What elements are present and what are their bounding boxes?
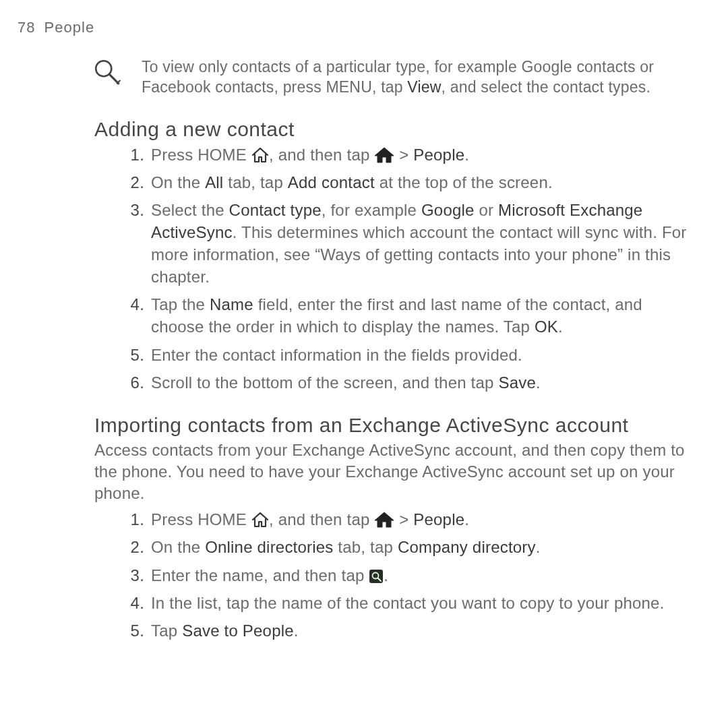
home-filled-icon (374, 147, 394, 163)
step: On the Online directories tab, tap Compa… (123, 536, 689, 558)
page-section-title: People (44, 19, 95, 36)
svg-line-1 (109, 74, 119, 84)
step: Press HOME , and then tap > People. (123, 508, 689, 530)
step: On the All tab, tap Add contact at the t… (123, 171, 689, 193)
tip-text: To view only contacts of a particular ty… (142, 57, 689, 98)
home-filled-icon (374, 512, 394, 528)
label-people: People (413, 146, 464, 164)
page-number: 78 (18, 19, 35, 36)
home-outline-icon (251, 512, 269, 528)
step: Enter the name, and then tap . (123, 564, 689, 586)
step: Select the Contact type, for example Goo… (123, 199, 689, 288)
step: Press HOME , and then tap > People. (123, 144, 689, 166)
step: Enter the contact information in the fie… (123, 344, 689, 366)
search-button-icon (369, 569, 384, 584)
home-outline-icon (251, 147, 269, 163)
tip-block: To view only contacts of a particular ty… (93, 57, 689, 98)
label-people: People (413, 510, 464, 528)
heading-import-exchange: Importing contacts from an Exchange Acti… (94, 414, 709, 437)
magnifier-icon (93, 58, 121, 89)
page: 78 People To view only contacts of a par… (0, 0, 728, 728)
page-header: 78 People (15, 19, 709, 36)
step: In the list, tap the name of the contact… (123, 592, 689, 614)
step: Tap the Name field, enter the first and … (123, 293, 689, 338)
steps-adding-contact: Press HOME , and then tap > People. On t… (123, 144, 689, 394)
step: Tap Save to People. (123, 619, 689, 642)
intro-import-exchange: Access contacts from your Exchange Activ… (94, 439, 689, 504)
step: Scroll to the bottom of the screen, and … (123, 371, 689, 394)
steps-import-exchange: Press HOME , and then tap > People. On t… (123, 508, 689, 642)
tip-view-word: View (407, 78, 441, 96)
tip-text-post: , and select the contact types. (442, 78, 651, 96)
heading-adding-contact: Adding a new contact (94, 118, 709, 141)
